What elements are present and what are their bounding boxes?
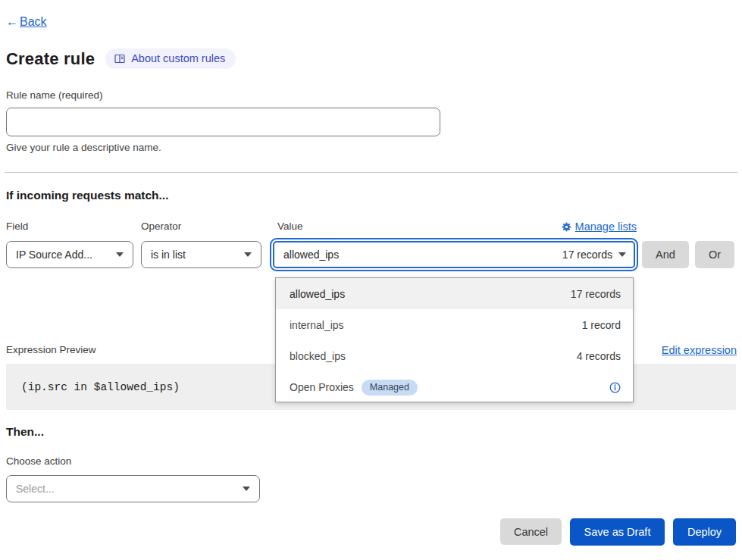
rule-name-label: Rule name (required): [6, 89, 103, 101]
list-item-name: blocked_ips: [290, 350, 346, 362]
create-rule-page: ←Back Create rule About custom rules Rul…: [0, 0, 742, 560]
about-badge-label: About custom rules: [131, 52, 225, 64]
title-row: Create rule About custom rules: [6, 48, 236, 69]
list-dropdown: allowed_ips 17 records internal_ips 1 re…: [275, 277, 634, 402]
expression-code: (ip.src in $allowed_ips): [21, 381, 180, 393]
list-item-records: 17 records: [571, 288, 621, 300]
value-select-value: allowed_ips: [283, 249, 339, 261]
list-item-name: Open Proxies: [290, 381, 354, 393]
deploy-button[interactable]: Deploy: [673, 518, 736, 546]
value-select-records: 17 records: [562, 249, 612, 261]
field-select-value: IP Source Add...: [16, 249, 92, 261]
book-icon: [114, 54, 125, 64]
list-item-name: internal_ips: [290, 319, 344, 331]
operator-label: Operator: [141, 221, 181, 232]
field-label: Field: [6, 221, 28, 232]
chevron-down-icon: [116, 252, 124, 257]
list-item-open-proxies[interactable]: Open Proxies Managed: [276, 372, 633, 403]
list-item-allowed-ips[interactable]: allowed_ips 17 records: [276, 278, 633, 309]
chevron-down-icon: [618, 252, 626, 257]
info-icon[interactable]: [609, 382, 621, 393]
managed-badge: Managed: [362, 380, 418, 396]
section-divider: [5, 172, 737, 173]
back-link[interactable]: ←Back: [6, 15, 47, 29]
page-title: Create rule: [6, 49, 95, 69]
action-select-placeholder: Select...: [16, 483, 55, 495]
or-button[interactable]: Or: [695, 241, 734, 268]
field-select[interactable]: IP Source Add...: [6, 241, 133, 268]
list-item-records: 1 record: [582, 319, 621, 331]
value-label: Value: [277, 221, 303, 232]
list-item-records: 4 records: [577, 350, 621, 362]
list-item-internal-ips[interactable]: internal_ips 1 record: [276, 309, 633, 340]
cancel-button[interactable]: Cancel: [500, 518, 562, 545]
then-section-heading: Then...: [6, 425, 44, 439]
operator-select[interactable]: is in list: [141, 241, 261, 268]
expression-preview-label: Expression Preview: [6, 344, 96, 355]
choose-action-label: Choose action: [6, 455, 71, 467]
about-custom-rules-link[interactable]: About custom rules: [105, 48, 236, 69]
manage-lists-link[interactable]: Manage lists: [551, 221, 637, 233]
save-as-draft-button[interactable]: Save as Draft: [570, 518, 665, 546]
back-label: Back: [20, 15, 47, 28]
value-select-focus-ring: allowed_ips 17 records: [270, 238, 638, 271]
operator-select-value: is in list: [151, 249, 186, 261]
edit-expression-link[interactable]: Edit expression: [662, 344, 737, 356]
match-section-heading: If incoming requests match...: [6, 189, 168, 202]
chevron-down-icon: [243, 486, 250, 491]
chevron-down-icon: [244, 252, 252, 257]
back-arrow-icon: ←: [6, 15, 18, 28]
manage-lists-label: Manage lists: [575, 221, 637, 233]
value-select[interactable]: allowed_ips 17 records: [273, 241, 635, 268]
action-select[interactable]: Select...: [6, 475, 260, 502]
gear-icon: [562, 222, 571, 232]
list-item-blocked-ips[interactable]: blocked_ips 4 records: [276, 341, 633, 372]
rule-name-help: Give your rule a descriptive name.: [6, 142, 161, 153]
and-button[interactable]: And: [642, 241, 689, 268]
rule-name-input[interactable]: [6, 108, 440, 136]
list-item-name: allowed_ips: [290, 288, 345, 300]
